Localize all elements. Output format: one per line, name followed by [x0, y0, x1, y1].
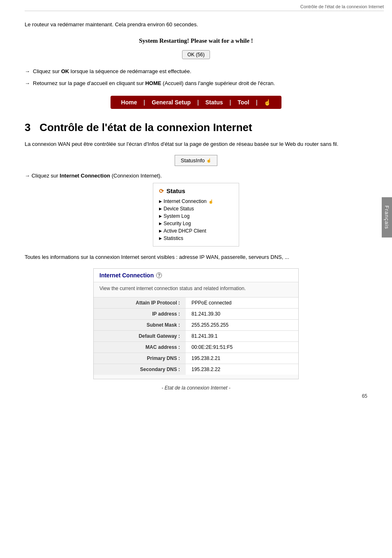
info-text: Toutes les informations sur la connexion… — [25, 253, 367, 262]
nav-status[interactable]: Status — [205, 99, 223, 106]
triangle-icon-4: ▶ — [159, 221, 162, 226]
internet-connection-panel: Internet Connection ? View the current i… — [93, 268, 299, 379]
arrow-icon-3: → — [25, 173, 30, 179]
triangle-icon-3: ▶ — [159, 214, 162, 218]
ok-button[interactable]: OK (56) — [182, 50, 210, 59]
row-label-4: MAC address : — [94, 342, 186, 353]
triangle-icon-6: ▶ — [159, 236, 162, 240]
nav-tool[interactable]: Tool — [238, 99, 249, 106]
arrow-icon-1: → — [25, 67, 30, 76]
row-label-0: Attain IP Protocol : — [94, 297, 186, 309]
nav-bar: Home | General Setup | Status | Tool | ☝ — [111, 96, 282, 109]
table-row: IP address : 81.241.39.30 — [94, 309, 298, 320]
section-description: La connexion WAN peut être contrôlée sur… — [25, 140, 367, 149]
status-item-active-dhcp[interactable]: ▶ Active DHCP Client — [159, 227, 233, 235]
nav-home[interactable]: Home — [121, 99, 137, 106]
ic-table: Attain IP Protocol : PPPoE connected IP … — [94, 297, 298, 375]
status-panel-heading: Status — [166, 187, 185, 194]
status-panel: ⟳ Status ▶ Internet Connection ☝ ▶ Devic… — [153, 183, 239, 247]
status-item-label-6: Statistics — [164, 235, 183, 241]
section-heading: 3 Contrôle de l'état de la connexion Int… — [25, 121, 367, 134]
sidebar-francais-tab: Français — [382, 197, 392, 237]
status-panel-title: ⟳ Status — [159, 187, 233, 194]
nav-bar-container: Home | General Setup | Status | Tool | ☝ — [25, 96, 367, 109]
table-row: MAC address : 00:0E:2E:91:51:F5 — [94, 342, 298, 353]
triangle-icon-5: ▶ — [159, 229, 162, 233]
cursor-icon: ☝ — [264, 99, 271, 106]
status-item-security-log[interactable]: ▶ Security Log — [159, 220, 233, 227]
intro-text: Le routeur va redémarrer maintenant. Cel… — [25, 21, 367, 29]
status-info-label: StatusInfo — [181, 157, 205, 164]
row-value-6: 195.238.2.22 — [186, 364, 298, 375]
ic-caption: - Etat de la connexion Internet - — [25, 385, 367, 391]
table-row: Default Gateway : 81.241.39.1 — [94, 331, 298, 342]
table-row: Attain IP Protocol : PPPoE connected — [94, 297, 298, 309]
status-item-label-1: Internet Connection — [164, 198, 207, 204]
status-info-button[interactable]: StatusInfo ☝ — [175, 155, 218, 166]
cursor-icon-2: ☝ — [208, 199, 213, 204]
table-row: Secondary DNS : 195.238.2.22 — [94, 364, 298, 375]
status-menu: ▶ Internet Connection ☝ ▶ Device Status … — [159, 198, 233, 242]
nav-general-setup[interactable]: General Setup — [152, 99, 191, 106]
bullet-item-1: → Cliquez sur OK lorsque la séquence de … — [25, 67, 367, 76]
status-circle-icon: ⟳ — [159, 188, 164, 194]
arrow-icon-2: → — [25, 79, 30, 88]
bullet-section: → Cliquez sur OK lorsque la séquence de … — [25, 67, 367, 88]
triangle-icon-1: ▶ — [159, 199, 162, 203]
status-item-label-2: Device Status — [164, 206, 194, 212]
section-number: 3 — [25, 121, 30, 134]
row-value-5: 195.238.2.21 — [186, 353, 298, 364]
status-item-statistics[interactable]: ▶ Statistics — [159, 235, 233, 242]
restart-heading: System Restarting! Please wait for a whi… — [25, 37, 367, 44]
bullet-item-2: → Retournez sur la page d'accueil en cli… — [25, 79, 367, 88]
status-item-label-3: System Log — [164, 213, 189, 219]
row-value-4: 00:0E:2E:91:51:F5 — [186, 342, 298, 353]
status-item-label-5: Active DHCP Client — [164, 228, 206, 234]
ic-title: Internet Connection — [99, 272, 154, 279]
page-number: 65 — [362, 393, 367, 399]
help-icon[interactable]: ? — [156, 272, 162, 278]
section-title: Contrôle de l'état de la connexion Inter… — [39, 121, 252, 134]
row-value-2: 255.255.255.255 — [186, 320, 298, 331]
status-info-box: StatusInfo ☝ — [25, 155, 367, 166]
row-value-3: 81.241.39.1 — [186, 331, 298, 342]
cursor-hand-icon: ☝ — [206, 158, 211, 163]
table-row: Primary DNS : 195.238.2.21 — [94, 353, 298, 364]
row-label-5: Primary DNS : — [94, 353, 186, 364]
status-item-system-log[interactable]: ▶ System Log — [159, 212, 233, 220]
row-label-1: IP address : — [94, 309, 186, 320]
row-label-2: Subnet Mask : — [94, 320, 186, 331]
row-label-6: Secondary DNS : — [94, 364, 186, 375]
row-label-3: Default Gateway : — [94, 331, 186, 342]
status-item-internet-connection[interactable]: ▶ Internet Connection ☝ — [159, 198, 233, 205]
row-value-1: 81.241.39.30 — [186, 309, 298, 320]
click-instruction: → Cliquez sur Internet Connection (Conne… — [25, 173, 367, 179]
restart-box: System Restarting! Please wait for a whi… — [25, 37, 367, 59]
status-item-label-4: Security Log — [164, 221, 191, 226]
row-value-0: PPPoE connected — [186, 297, 298, 309]
ic-description: View the current internet connection sta… — [94, 282, 298, 297]
ic-header: Internet Connection ? — [94, 269, 298, 282]
triangle-icon-2: ▶ — [159, 207, 162, 211]
table-row: Subnet Mask : 255.255.255.255 — [94, 320, 298, 331]
page-header: Contrôle de l'état de la connexion Inter… — [25, 4, 384, 11]
status-item-device-status[interactable]: ▶ Device Status — [159, 205, 233, 212]
